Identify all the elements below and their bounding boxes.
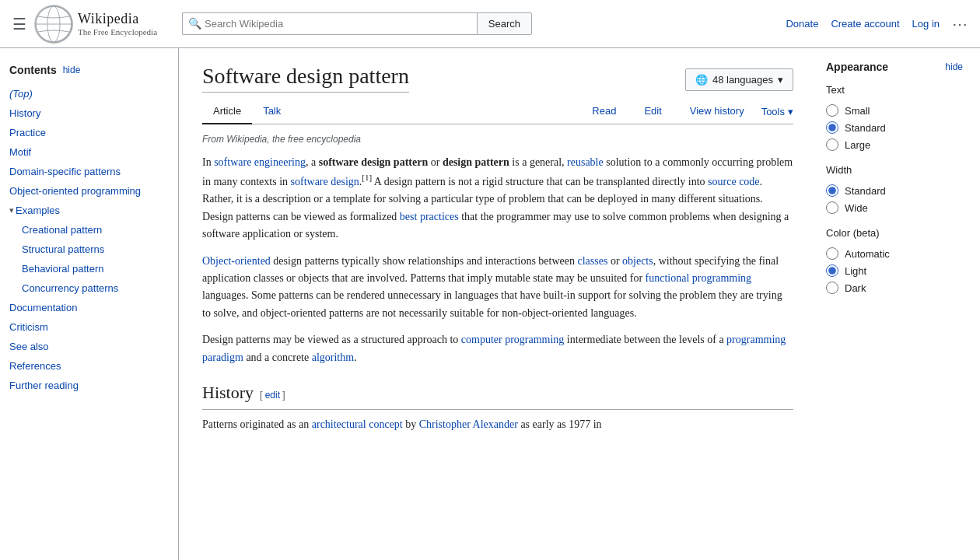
tools-chevron: ▾ — [788, 106, 793, 117]
article-body: In software engineering, a software desi… — [202, 154, 793, 434]
text-small-radio[interactable] — [826, 104, 838, 117]
page-tabs: Article Talk Read Edit View history Tool… — [202, 99, 793, 124]
wiki-wordmark: Wikipedia The Free Encyclopedia — [78, 11, 157, 37]
link-objects[interactable]: objects — [622, 255, 653, 267]
more-options-icon[interactable]: ⋯ — [952, 15, 968, 33]
toc-link-history[interactable]: History — [9, 106, 169, 121]
width-standard-label: Standard — [845, 185, 886, 197]
text-small-option[interactable]: Small — [826, 102, 963, 119]
intro-paragraph-3: Design patterns may be viewed as a struc… — [202, 331, 793, 366]
appearance-title: Appearance — [826, 61, 888, 73]
link-christopher-alexander[interactable]: Christopher Alexander — [419, 418, 518, 430]
color-light-label: Light — [845, 265, 866, 277]
tab-talk[interactable]: Talk — [252, 99, 292, 124]
color-dark-option[interactable]: Dark — [826, 279, 963, 296]
toc-link-references[interactable]: References — [9, 359, 169, 373]
toc-item-references: References — [9, 356, 169, 376]
text-small-label: Small — [845, 105, 870, 117]
tab-view-history[interactable]: View history — [679, 99, 755, 124]
color-dark-radio[interactable] — [826, 282, 838, 294]
from-wiki-text: From Wikipedia, the free encyclopedia — [202, 134, 793, 145]
color-light-radio[interactable] — [826, 264, 838, 277]
width-wide-radio[interactable] — [826, 201, 838, 214]
color-automatic-radio[interactable] — [826, 247, 838, 260]
link-software-engineering[interactable]: software engineering — [214, 156, 306, 168]
history-edit-bracket: [ edit ] — [260, 388, 285, 403]
toc-link-domain[interactable]: Domain-specific patterns — [9, 164, 169, 179]
header-left: ☰ Wikipedia The Free Encyclopedia — [12, 5, 157, 44]
width-wide-option[interactable]: Wide — [826, 199, 963, 216]
text-large-option[interactable]: Large — [826, 136, 963, 153]
tab-group-right: Read Edit View history Tools ▾ — [581, 99, 793, 124]
search-input[interactable] — [182, 12, 477, 35]
toc-link-examples[interactable]: Examples — [16, 203, 60, 218]
create-account-link[interactable]: Create account — [831, 18, 899, 30]
toc-link-documentation[interactable]: Documentation — [9, 300, 169, 315]
toc-link-behavioral[interactable]: Behavioral pattern — [22, 261, 169, 276]
history-edit-link[interactable]: edit — [265, 390, 280, 401]
language-count: 48 languages — [712, 74, 773, 86]
tab-edit[interactable]: Edit — [633, 99, 672, 124]
toc-link-see-also[interactable]: See also — [9, 339, 169, 354]
tab-article[interactable]: Article — [202, 99, 252, 124]
color-light-option[interactable]: Light — [826, 262, 963, 279]
toc-item-documentation: Documentation — [9, 298, 169, 317]
link-object-oriented[interactable]: Object-oriented — [202, 255, 271, 267]
toc-link-creational[interactable]: Creational pattern — [22, 222, 169, 237]
title-row: Software design pattern 🌐 48 languages ▾ — [202, 64, 793, 99]
toc-item-examples: ▾ Examples — [9, 201, 169, 220]
text-standard-label: Standard — [845, 122, 886, 134]
history-title: History — [202, 379, 254, 406]
appearance-hide-button[interactable]: hide — [945, 61, 963, 72]
language-chevron: ▾ — [778, 74, 783, 86]
text-standard-radio[interactable] — [826, 121, 838, 134]
link-source-code[interactable]: source code — [708, 176, 759, 187]
donate-link[interactable]: Donate — [786, 18, 818, 30]
color-automatic-option[interactable]: Automatic — [826, 245, 963, 262]
main-content: Software design pattern 🌐 48 languages ▾… — [179, 48, 817, 560]
link-functional-programming[interactable]: functional programming — [646, 272, 751, 284]
contents-hide-button[interactable]: hide — [63, 65, 81, 75]
tab-read[interactable]: Read — [581, 99, 627, 124]
link-software-design[interactable]: software design — [291, 176, 359, 187]
toc-item-history: History — [9, 103, 169, 123]
tab-tools[interactable]: Tools ▾ — [761, 106, 793, 117]
width-label: Width — [826, 164, 963, 176]
link-architectural-concept[interactable]: architectural concept — [312, 418, 403, 430]
width-standard-option[interactable]: Standard — [826, 182, 963, 199]
toc-link-criticism[interactable]: Criticism — [9, 320, 169, 334]
history-paragraph-1: Patterns originated as an architectural … — [202, 416, 793, 433]
toc-link-structural[interactable]: Structural patterns — [22, 242, 169, 257]
toc-expand-examples[interactable]: ▾ — [9, 205, 14, 215]
wiki-globe-icon — [34, 5, 73, 44]
wiki-title: Wikipedia — [78, 11, 157, 27]
toc-link-top[interactable]: (Top) — [9, 86, 169, 101]
link-best-practices[interactable]: best practices — [400, 211, 459, 222]
menu-icon[interactable]: ☰ — [12, 15, 26, 33]
toc-link-further-reading[interactable]: Further reading — [9, 378, 169, 393]
language-button[interactable]: 🌐 48 languages ▾ — [685, 68, 793, 91]
toc-subitems-examples: Creational pattern Structural patterns B… — [9, 220, 169, 298]
history-section-header: History [ edit ] — [202, 379, 793, 410]
toc-link-concurrency[interactable]: Concurrency patterns — [22, 281, 169, 296]
toc-link-motif[interactable]: Motif — [9, 145, 169, 159]
link-classes[interactable]: classes — [577, 255, 607, 267]
wiki-logo[interactable]: Wikipedia The Free Encyclopedia — [34, 5, 157, 44]
toc-item-practice: Practice — [9, 123, 169, 142]
toc-item-top: (Top) — [9, 84, 169, 103]
main-layout: Contents hide (Top) History Practice Mot… — [0, 48, 980, 560]
site-header: ☰ Wikipedia The Free Encyclopedia 🔍 — [0, 0, 980, 48]
search-button[interactable]: Search — [477, 12, 532, 35]
link-algorithm[interactable]: algorithm — [312, 352, 354, 363]
text-standard-option[interactable]: Standard — [826, 119, 963, 136]
language-icon: 🌐 — [695, 74, 708, 86]
width-standard-radio[interactable] — [826, 184, 838, 197]
link-reusable[interactable]: reusable — [567, 156, 604, 168]
link-computer-programming[interactable]: computer programming — [461, 334, 565, 345]
text-size-group: Text Small Standard Large — [826, 84, 963, 153]
log-in-link[interactable]: Log in — [912, 18, 940, 30]
toc-link-oop[interactable]: Object-oriented programming — [9, 184, 169, 198]
text-large-radio[interactable] — [826, 138, 838, 151]
toc-link-practice[interactable]: Practice — [9, 125, 169, 140]
text-large-label: Large — [845, 139, 870, 151]
